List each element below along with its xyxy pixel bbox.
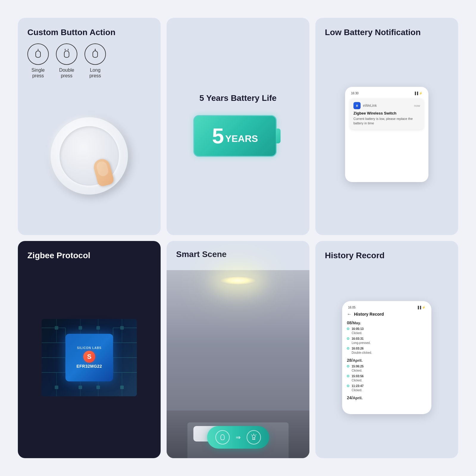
phone-frame-notification: 16:30 ▐▐ ⚡ e eWeLink now Zigbee Wireless… [345,87,428,182]
history-dot [347,365,349,367]
notif-app-icon: e [353,102,361,109]
chip-visual: SILICON LABS S EFR32MG22 [27,267,151,449]
history-section-0: 08/May. 16:05:13 Clicked. 16:03:31 [347,320,427,355]
zigbee-title: Zigbee Protocol [27,250,151,261]
battery-body: 5 YEARS [193,115,277,157]
history-phone-frame: 16:05 ▐▐ ⚡ ← History Record 08/May. 16:0 [342,301,431,414]
smart-scene-title: Smart Scene [167,241,309,264]
history-dot [347,337,349,340]
long-press-icon [84,43,106,65]
history-screen-header: ← History Record [347,311,427,317]
notif-body: Current battery is low, please replace t… [353,117,420,126]
history-status-bar: 16:05 ▐▐ ⚡ [347,306,427,309]
history-screen-title: History Record [354,312,384,317]
scene-light-icon [247,430,261,444]
history-dot [347,347,349,350]
phone-status-bar: 16:30 ▐▐ ⚡ [350,92,424,95]
svg-rect-27 [120,326,124,330]
history-phone-container: 16:05 ▐▐ ⚡ ← History Record 08/May. 16:0 [325,267,449,449]
chip-brand: SILICON LABS [77,346,102,350]
history-item-0-0: 16:05:13 Clicked. [347,327,427,335]
finger-press-visual [95,159,119,189]
history-dot [347,328,349,330]
history-date-suffix-0: May. [353,321,361,325]
svg-rect-28 [55,386,58,389]
card-history: History Record 16:05 ▐▐ ⚡ ← History Reco… [315,241,458,458]
press-types-row: Singlepress Doublepress [27,43,151,79]
history-item-content: 16:05:13 Clicked. [352,327,364,335]
svg-point-32 [252,435,255,438]
svg-line-36 [256,435,256,435]
svg-rect-24 [55,326,58,330]
scene-room-visual: ⇒ [167,270,309,458]
notif-title: Zigbee Wireless Switch [353,111,420,115]
press-type-long: Longpress [84,43,106,79]
history-item-0-2: 16:03:26 Double-clicked. [347,347,427,355]
chip-model: EFR32MG22 [76,364,102,369]
card-smart-scene: Smart Scene ⇒ [167,241,309,458]
history-status-icons: ▐▐ ⚡ [417,306,425,309]
battery-terminal [276,129,281,143]
history-status-time: 16:05 [348,306,356,309]
history-dot [347,385,349,387]
button-action-title: Custom Button Action [27,27,151,37]
double-press-icon [56,43,77,65]
phone-mockup-notification: 16:30 ▐▐ ⚡ e eWeLink now Zigbee Wireless… [325,43,449,226]
svg-line-35 [251,435,252,435]
notification-card: e eWeLink now Zigbee Wireless Switch Cur… [350,98,424,129]
finger-shape [92,157,115,187]
battery-title: 5 Years Battery Life [199,93,276,103]
history-item-1-2: 11:23:47 Clicked. [347,384,427,392]
notif-app-name: eWeLink [363,104,412,108]
history-date-2: 24/April. [347,395,427,400]
chip-main: SILICON LABS S EFR32MG22 [65,334,113,381]
svg-rect-25 [79,326,82,330]
battery-content: 5 YEARS [212,125,258,147]
button-visual [27,86,151,226]
notif-time: now [414,104,420,107]
press-type-single: Singlepress [27,43,49,79]
ceiling-light [220,276,256,285]
big-button[interactable] [51,117,128,195]
status-icons: ▐▐ ⚡ [414,92,422,95]
double-press-label: Doublepress [59,67,74,79]
main-grid: Custom Button Action Singlepress [0,0,476,476]
notif-header: e eWeLink now [353,102,420,109]
chip-container: SILICON LABS S EFR32MG22 [42,319,137,396]
press-type-double: Doublepress [56,43,77,79]
single-press-icon [27,43,49,65]
battery-number: 5 [212,125,224,147]
history-date-0: 08/May. [347,320,427,325]
low-battery-title: Low Battery Notification [325,27,449,37]
long-press-label: Longpress [89,67,101,79]
history-title: History Record [325,250,449,261]
svg-rect-30 [96,386,100,389]
scene-press-icon [215,430,230,444]
single-press-label: Singlepress [32,67,45,79]
history-section-1: 28/April. 15:06:25 Clicked. 15:03:56 [347,358,427,392]
card-battery: 5 Years Battery Life 5 YEARS [167,18,309,235]
history-item-1-0: 15:06:25 Clicked. [347,364,427,373]
chip-logo-icon: S [83,351,95,363]
back-arrow-icon[interactable]: ← [347,311,352,317]
svg-rect-31 [120,386,124,389]
scene-arrow-icon: ⇒ [236,434,241,441]
battery-unit: YEARS [225,133,258,147]
battery-visual: 5 YEARS [193,115,283,160]
history-section-2: 24/April. [347,395,427,400]
history-date-1: 28/April. [347,358,427,363]
card-zigbee: Zigbee Protocol [18,241,161,458]
card-button-action: Custom Button Action Singlepress [18,18,161,235]
svg-rect-29 [79,386,82,389]
history-date-prefix-0: 08/ [347,320,353,325]
scene-action-pill: ⇒ [207,426,269,449]
card-low-battery: Low Battery Notification 16:30 ▐▐ ⚡ e eW… [315,18,458,235]
status-time: 16:30 [351,92,358,95]
svg-rect-26 [96,326,100,330]
history-item-1-1: 15:03:56 Clicked. [347,374,427,383]
history-item-0-1: 16:03:31 Long-pressed. [347,337,427,345]
history-dot [347,375,349,377]
